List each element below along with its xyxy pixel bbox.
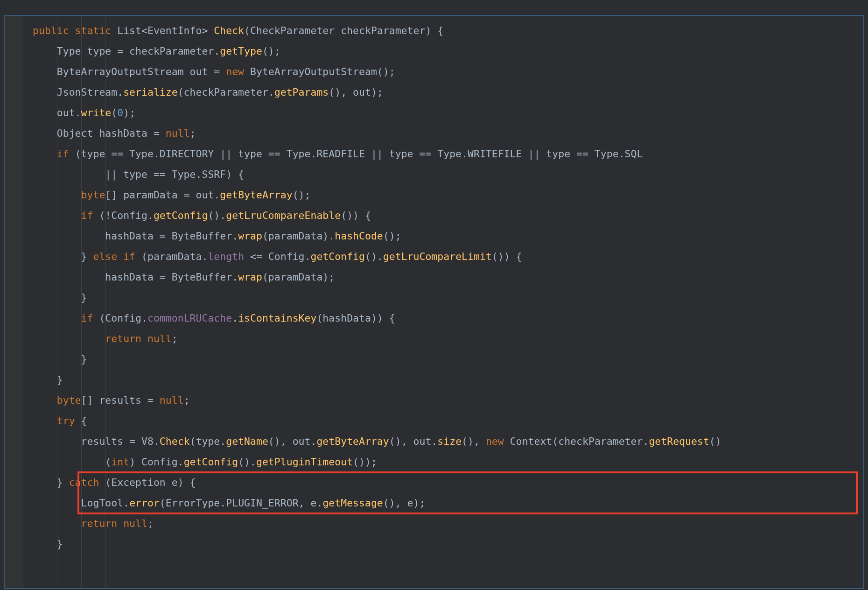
code-line[interactable]: } else if (paramData.length <= Config.ge…: [5, 246, 863, 267]
token: out.: [57, 107, 81, 119]
code-line[interactable]: JsonStream.serialize(checkParameter.getP…: [5, 82, 863, 103]
token: catch: [69, 477, 105, 488]
token: ()) {: [492, 251, 522, 262]
token: ;: [184, 394, 190, 406]
token: (),: [462, 435, 486, 447]
token: ());: [353, 456, 377, 468]
token: .: [232, 312, 238, 324]
token: byte: [57, 394, 81, 406]
token: getConfig: [154, 210, 208, 221]
token: (CheckParameter checkParameter) {: [244, 25, 443, 36]
token: <= Config.: [250, 251, 310, 262]
code-line[interactable]: } catch (Exception e) {: [5, 472, 863, 493]
token: null: [147, 333, 172, 344]
token: getPluginTimeout: [256, 456, 353, 468]
token: }: [57, 477, 69, 488]
token: ();: [383, 230, 401, 242]
code-line[interactable]: hashData = ByteBuffer.wrap(paramData);: [5, 267, 863, 288]
token: wrap: [238, 230, 262, 242]
code-line[interactable]: return null;: [5, 513, 863, 534]
token: ByteArrayOutputStream out =: [57, 66, 226, 77]
code-line[interactable]: ByteArrayOutputStream out = new ByteArra…: [5, 62, 863, 82]
token: ();: [262, 45, 280, 57]
token: , e.: [299, 497, 323, 509]
token: if: [81, 312, 99, 324]
code-line[interactable]: out.write(0);: [5, 103, 863, 123]
code-line[interactable]: if (Config.commonLRUCache.isContainsKey(…: [5, 308, 863, 329]
token: public: [33, 25, 75, 36]
token: null: [123, 518, 147, 529]
code-line[interactable]: Type type = checkParameter.getType();: [5, 41, 863, 62]
token: ;: [172, 333, 178, 344]
token: new: [486, 435, 510, 447]
token: null: [160, 394, 184, 406]
token: JsonStream.: [57, 86, 123, 98]
token: return: [81, 518, 124, 529]
token: || type == Type.: [371, 148, 468, 160]
token: (), out.: [389, 435, 438, 447]
token: getName: [226, 435, 268, 447]
token: {: [81, 415, 87, 427]
token: (: [111, 107, 117, 119]
token: getLruCompareLimit: [383, 251, 492, 262]
token: int: [111, 456, 129, 468]
token: DIRECTORY: [160, 148, 220, 160]
token: commonLRUCache: [147, 312, 232, 324]
code-line[interactable]: }: [5, 349, 863, 370]
token: length: [208, 251, 250, 262]
token: [] results =: [81, 394, 160, 406]
token: (), e);: [383, 497, 426, 509]
code-line[interactable]: byte[] paramData = out.getByteArray();: [5, 185, 863, 205]
token: else if: [93, 251, 141, 262]
code-line[interactable]: }: [5, 288, 863, 308]
token: ;: [147, 518, 154, 529]
token: }: [81, 251, 93, 262]
token: (!Config.: [99, 210, 154, 221]
token: Type type = checkParameter.: [57, 45, 220, 57]
token: }: [81, 292, 87, 303]
code-line[interactable]: if (!Config.getConfig().getLruCompareEna…: [5, 205, 863, 226]
code-line[interactable]: return null;: [5, 329, 863, 349]
token: ()) {: [341, 210, 371, 221]
code-editor[interactable]: public static List<EventInfo> Check(Chec…: [4, 15, 864, 589]
token: (type == Type.: [75, 148, 160, 160]
token: getRequest: [649, 435, 709, 447]
code-line[interactable]: || type == Type.SSRF) {: [5, 164, 863, 185]
code-line[interactable]: }: [5, 534, 863, 555]
token: (checkParameter.: [178, 86, 274, 98]
token: try: [57, 415, 81, 427]
code-line[interactable]: if (type == Type.DIRECTORY || type == Ty…: [5, 144, 863, 164]
token: ().: [208, 210, 226, 221]
token: byte: [81, 189, 105, 201]
token: || type == Type.: [528, 148, 624, 160]
token: (Config.: [99, 312, 147, 324]
code-line[interactable]: try {: [5, 411, 863, 431]
token: hashData = ByteBuffer.: [105, 271, 238, 283]
token: wrap: [238, 271, 262, 283]
code-area[interactable]: public static List<EventInfo> Check(Chec…: [5, 21, 863, 555]
token: ;: [190, 127, 196, 139]
code-line[interactable]: byte[] results = null;: [5, 390, 863, 411]
code-line[interactable]: Object hashData = null;: [5, 123, 863, 144]
token: ().: [238, 456, 256, 468]
token: }: [57, 538, 63, 550]
token: ByteArrayOutputStream();: [250, 66, 395, 77]
code-line[interactable]: LogTool.error(ErrorType.PLUGIN_ERROR, e.…: [5, 493, 863, 513]
token: PLUGIN_ERROR: [226, 497, 298, 509]
token: Context(checkParameter.: [510, 435, 649, 447]
code-line[interactable]: (int) Config.getConfig().getPluginTimeou…: [5, 452, 863, 472]
code-line[interactable]: public static List<EventInfo> Check(Chec…: [5, 21, 863, 41]
token: WRITEFILE: [468, 148, 528, 160]
token: getByteArray: [316, 435, 389, 447]
token: serialize: [123, 86, 178, 98]
token: }: [57, 374, 63, 386]
token: }: [81, 353, 87, 365]
token: READFILE: [316, 148, 371, 160]
token: Object hashData =: [57, 127, 166, 139]
token: || type == Type.: [105, 169, 202, 180]
token: (ErrorType.: [160, 497, 226, 509]
code-line[interactable]: hashData = ByteBuffer.wrap(paramData).ha…: [5, 226, 863, 246]
code-line[interactable]: results = V8.Check(type.getName(), out.g…: [5, 431, 863, 452]
code-line[interactable]: }: [5, 370, 863, 390]
token: hashData = ByteBuffer.: [105, 230, 238, 242]
